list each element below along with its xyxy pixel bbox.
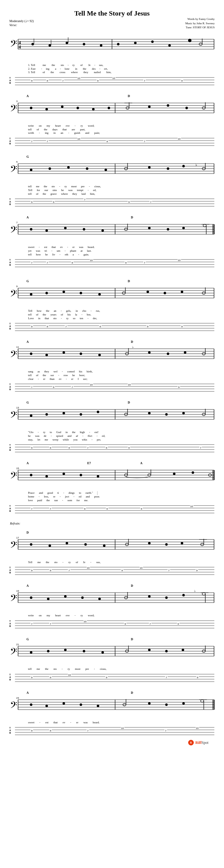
svg-point-406 bbox=[99, 598, 101, 600]
svg-text:𝄢: 𝄢 bbox=[10, 103, 17, 116]
svg-point-15 bbox=[100, 44, 103, 46]
svg-text:9: 9 bbox=[31, 446, 33, 449]
svg-text:10: 10 bbox=[78, 137, 80, 140]
svg-point-497 bbox=[201, 700, 204, 702]
svg-point-235 bbox=[148, 351, 150, 354]
svg-point-110 bbox=[167, 167, 169, 170]
svg-point-150 bbox=[148, 227, 150, 229]
music-system-6: A D 𝄢 11 ♭ bbox=[9, 335, 215, 394]
chord-A2-8: A bbox=[140, 461, 142, 465]
tab-4: T A B 7 7 9 10 9 7 10 bbox=[9, 257, 215, 270]
svg-point-448 bbox=[83, 650, 85, 652]
verse-label: Verse: bbox=[9, 23, 215, 27]
svg-text:7: 7 bbox=[165, 729, 167, 732]
svg-point-365 bbox=[181, 542, 183, 545]
staff-svg-2: 𝄢 3 bbox=[9, 99, 215, 124]
svg-text:T: T bbox=[9, 674, 11, 676]
chord-A-6: A bbox=[26, 340, 29, 343]
music-system-12: A D 𝄢 23 bbox=[9, 686, 215, 738]
chord-D-6: D bbox=[131, 340, 133, 343]
svg-point-270 bbox=[30, 414, 32, 417]
svg-text:9: 9 bbox=[53, 386, 55, 389]
svg-text:10: 10 bbox=[68, 674, 71, 676]
svg-text:B: B bbox=[9, 264, 11, 266]
svg-text:7: 7 bbox=[16, 221, 18, 224]
chord-row-7: G D bbox=[9, 401, 215, 406]
svg-point-229 bbox=[46, 354, 48, 356]
svg-text:♭: ♭ bbox=[195, 163, 197, 167]
svg-text:T: T bbox=[9, 566, 11, 569]
staff-svg-10: 𝄢 19 ♭ bbox=[9, 589, 215, 614]
svg-text:9: 9 bbox=[31, 201, 33, 204]
svg-point-447 bbox=[64, 649, 67, 651]
page: Tell Me the Story of Jesus Words by Fann… bbox=[0, 0, 224, 758]
svg-text:9: 9 bbox=[47, 325, 48, 328]
svg-text:9: 9 bbox=[147, 325, 149, 328]
credits-music: Music by John R. Sweney bbox=[185, 22, 215, 26]
svg-text:9: 9 bbox=[107, 140, 108, 143]
lyrics-7: "Glo-ry toGodin thehigh-est! hewasde -sp… bbox=[9, 431, 215, 441]
svg-text:10: 10 bbox=[87, 566, 90, 569]
svg-point-446 bbox=[47, 650, 50, 652]
chord-G-7: G bbox=[26, 401, 29, 404]
svg-point-231 bbox=[80, 352, 82, 355]
svg-point-279 bbox=[182, 412, 185, 414]
svg-text:A: A bbox=[9, 446, 11, 448]
svg-text:T: T bbox=[9, 505, 11, 507]
chord-A-8: A bbox=[26, 461, 29, 465]
svg-point-105 bbox=[86, 167, 88, 170]
staff-svg-6: 𝄢 11 ♭ bbox=[9, 345, 215, 370]
svg-point-64 bbox=[108, 107, 110, 109]
svg-text:9: 9 bbox=[106, 676, 108, 679]
svg-text:3: 3 bbox=[16, 100, 18, 103]
tab-8: T A B 7 7 9 6 9 10 bbox=[9, 503, 215, 516]
svg-text:9: 9 bbox=[50, 569, 51, 572]
tab-1: T A B 9 9 7 10 9 10 bbox=[9, 75, 215, 87]
svg-text:𝄢: 𝄢 bbox=[10, 647, 17, 659]
svg-point-190 bbox=[80, 292, 82, 294]
svg-point-313 bbox=[30, 474, 32, 476]
svg-text:𝄢: 𝄢 bbox=[10, 539, 17, 552]
svg-point-358 bbox=[66, 542, 68, 545]
svg-text:7: 7 bbox=[166, 676, 167, 679]
chord-row-9: D bbox=[9, 531, 215, 536]
svg-text:4: 4 bbox=[19, 40, 21, 45]
svg-text:6: 6 bbox=[106, 446, 108, 449]
svg-point-14 bbox=[83, 43, 85, 45]
svg-text:9: 9 bbox=[47, 79, 48, 82]
chord-row-4: A D bbox=[9, 216, 215, 221]
svg-point-153 bbox=[203, 224, 206, 227]
svg-text:B: B bbox=[9, 679, 11, 681]
svg-text:6: 6 bbox=[100, 325, 101, 328]
chord-row-8: A E7 A bbox=[9, 461, 215, 466]
svg-point-196 bbox=[181, 290, 183, 293]
svg-text:A: A bbox=[9, 676, 11, 678]
svg-text:10: 10 bbox=[140, 566, 143, 569]
svg-point-19 bbox=[168, 44, 171, 46]
svg-point-69 bbox=[185, 107, 188, 109]
tab-svg-4: T A B 7 7 9 10 9 7 10 bbox=[9, 257, 215, 270]
svg-text:B: B bbox=[9, 510, 11, 512]
svg-text:10: 10 bbox=[112, 77, 115, 80]
tab-9: T A B 9 9 7 10 9 10 7 bbox=[9, 565, 215, 577]
svg-text:𝄢: 𝄢 bbox=[10, 225, 17, 237]
staff-svg-9: 𝄢 17 bbox=[9, 536, 215, 561]
chord-E7-8: E7 bbox=[87, 461, 91, 465]
svg-point-111 bbox=[182, 165, 185, 167]
svg-text:B: B bbox=[9, 328, 11, 330]
svg-point-12 bbox=[49, 44, 51, 46]
svg-text:9: 9 bbox=[97, 79, 99, 82]
svg-text:9: 9 bbox=[50, 676, 51, 679]
svg-text:10: 10 bbox=[121, 727, 124, 730]
tab-12: T A B 9 9 7 10 7 10 bbox=[9, 725, 215, 737]
lyrics-6: sangasthey wel-comed hisbirth, tellofthe… bbox=[9, 370, 215, 381]
svg-text:7: 7 bbox=[68, 569, 70, 572]
svg-point-106 bbox=[105, 168, 107, 171]
svg-point-146 bbox=[83, 228, 85, 230]
svg-point-272 bbox=[63, 412, 65, 414]
svg-point-232 bbox=[99, 354, 101, 356]
svg-text:A: A bbox=[9, 623, 11, 625]
svg-text:A: A bbox=[9, 507, 11, 509]
chord-D-10: D bbox=[131, 584, 133, 587]
svg-text:7: 7 bbox=[31, 507, 33, 510]
